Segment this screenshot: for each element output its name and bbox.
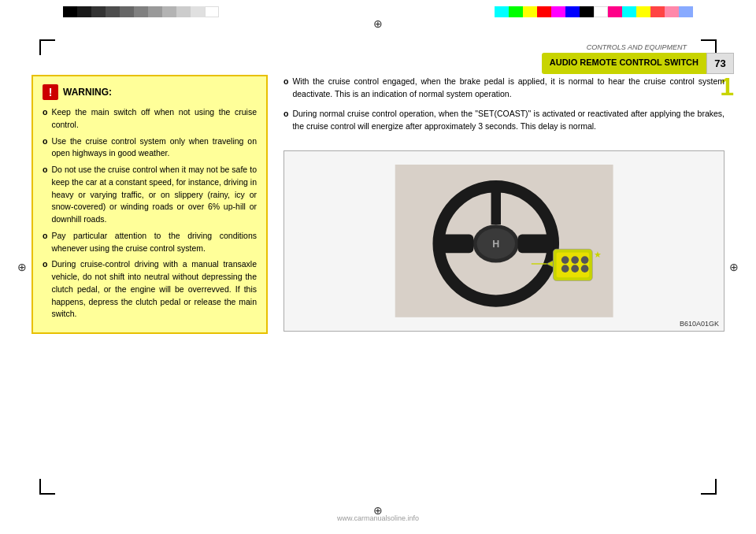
cal-block <box>77 6 91 17</box>
warning-items: o Keep the main switch off when not usin… <box>43 106 257 321</box>
cal-block <box>523 6 537 17</box>
svg-point-16 <box>571 265 579 273</box>
right-text-1: With the cruise control engaged, when th… <box>292 75 724 101</box>
bullet: o <box>284 75 288 101</box>
warning-item: o Use the cruise control system only whe… <box>43 135 257 161</box>
cal-block <box>636 6 650 17</box>
cal-block <box>495 6 509 17</box>
right-text-section: o With the cruise control engaged, when … <box>284 75 724 139</box>
svg-rect-11 <box>556 253 589 278</box>
cal-block <box>191 6 205 17</box>
svg-point-14 <box>581 256 589 264</box>
cal-block <box>134 6 148 17</box>
section-label: CONTROLS AND EQUIPMENT <box>587 43 687 51</box>
calibration-bar-left <box>63 6 219 17</box>
warning-text-4: Pay particular attention to the driving … <box>51 230 257 255</box>
right-text-item-1: o With the cruise control engaged, when … <box>284 75 724 101</box>
warning-item: o Keep the main switch off when not usin… <box>43 106 257 132</box>
watermark-text: www.carmanualsoline.info <box>337 514 419 522</box>
steering-wheel-svg: H <box>317 165 691 317</box>
bullet: o <box>284 107 288 133</box>
svg-point-17 <box>581 265 589 273</box>
cal-block <box>622 6 636 17</box>
warning-text-1: Keep the main switch off when not using … <box>51 106 257 132</box>
warning-text-5: During cruise-control driving with a man… <box>51 258 257 321</box>
page-number-box: 73 <box>706 53 734 74</box>
steering-wheel-image: H <box>284 150 724 332</box>
crosshair-right: ⊕ <box>729 261 739 273</box>
cal-block <box>205 6 219 17</box>
cal-block <box>176 6 191 17</box>
warning-item: o Do not use the cruise control when it … <box>43 164 257 226</box>
corner-mark-tl <box>39 39 55 55</box>
warning-text-3: Do not use the cruise control when it ma… <box>51 164 257 226</box>
watermark: www.carmanualsoline.info <box>337 514 419 522</box>
calibration-bar-right <box>495 6 693 17</box>
cal-block <box>162 6 176 17</box>
right-column: o With the cruise control engaged, when … <box>284 75 724 487</box>
crosshair-left: ⊕ <box>17 261 27 273</box>
cal-block <box>537 6 551 17</box>
bullet: o <box>43 135 47 161</box>
cal-block <box>551 6 565 17</box>
bullet: o <box>43 106 47 132</box>
exclamation-icon: ! <box>43 84 58 100</box>
bullet: o <box>43 164 47 226</box>
cal-block <box>679 6 693 17</box>
svg-point-15 <box>561 265 569 273</box>
cal-block <box>148 6 162 17</box>
warning-box: ! WARNING: o Keep the main switch off wh… <box>32 75 268 334</box>
image-label: B610A01GK <box>680 320 719 328</box>
bullet: o <box>43 258 47 321</box>
main-content: ! WARNING: o Keep the main switch off wh… <box>32 75 724 487</box>
section-title-box: AUDIO REMOTE CONTROL SWITCH <box>542 53 706 74</box>
right-text-2: During normal cruise control operation, … <box>292 107 724 133</box>
bullet: o <box>43 230 47 255</box>
right-text-item-2: o During normal cruise control operation… <box>284 107 724 133</box>
cal-block <box>106 6 120 17</box>
svg-point-13 <box>571 256 579 264</box>
cal-block <box>509 6 523 17</box>
cal-block <box>580 6 594 17</box>
cal-block <box>63 6 77 17</box>
svg-point-12 <box>561 256 569 264</box>
svg-text:H: H <box>492 239 499 250</box>
warning-text-2: Use the cruise control system only when … <box>51 135 257 161</box>
left-column: ! WARNING: o Keep the main switch off wh… <box>32 75 268 487</box>
cal-block <box>665 6 679 17</box>
cal-block <box>120 6 134 17</box>
cal-block <box>650 6 665 17</box>
cal-block <box>594 6 608 17</box>
title-page-row: AUDIO REMOTE CONTROL SWITCH 73 <box>542 53 734 74</box>
svg-rect-8 <box>434 235 473 254</box>
svg-rect-9 <box>517 235 553 254</box>
cal-block <box>608 6 622 17</box>
warning-title: ! WARNING: <box>43 84 257 100</box>
warning-item: o During cruise-control driving with a m… <box>43 258 257 321</box>
warning-item: o Pay particular attention to the drivin… <box>43 230 257 255</box>
crosshair-top: ⊕ <box>373 17 383 30</box>
cal-block <box>565 6 580 17</box>
warning-label: WARNING: <box>63 85 112 99</box>
svg-text:★: ★ <box>594 250 602 259</box>
cal-block <box>91 6 106 17</box>
